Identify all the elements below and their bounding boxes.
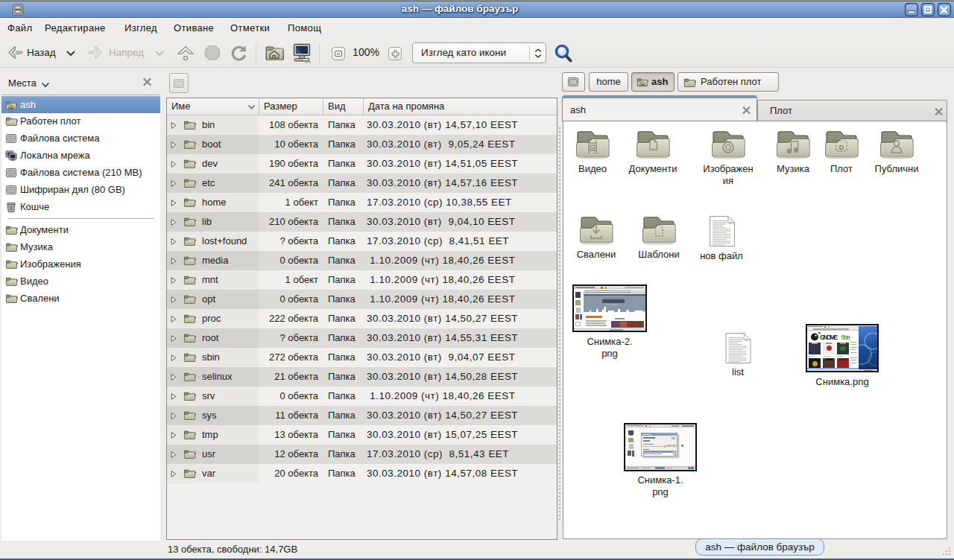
svg-text:D: D <box>839 144 844 151</box>
svg-text:GNOME: GNOME <box>820 334 838 341</box>
svg-text:Store: Store <box>841 334 850 341</box>
